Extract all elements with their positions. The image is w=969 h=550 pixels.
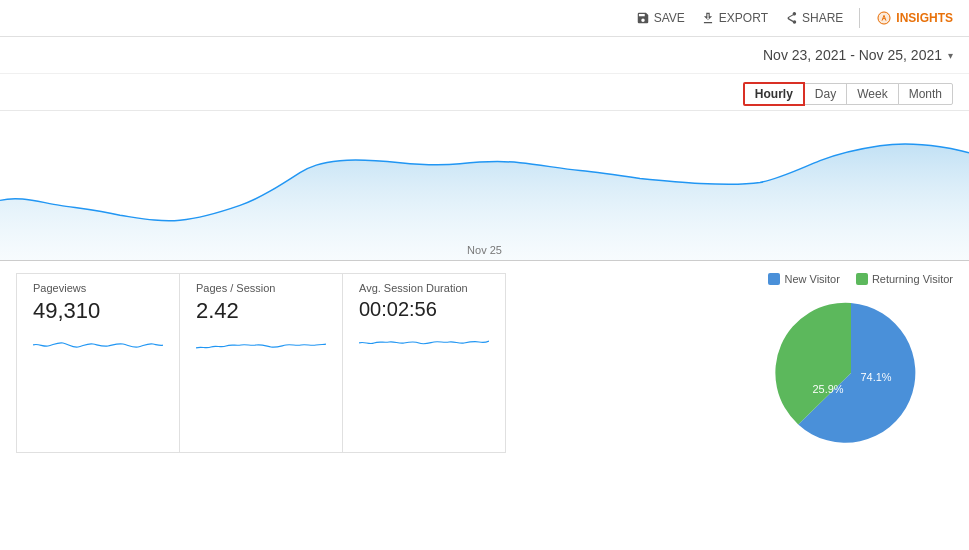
pie-legend: New Visitor Returning Visitor	[768, 273, 953, 285]
pages-session-value: 2.42	[196, 298, 326, 324]
export-icon	[701, 11, 715, 25]
chart-svg	[0, 111, 969, 260]
date-bar: Nov 23, 2021 - Nov 25, 2021 ▾	[0, 37, 969, 74]
pages-session-label: Pages / Session	[196, 282, 326, 294]
pie-new-label: 74.1%	[860, 371, 891, 383]
granularity-month[interactable]: Month	[898, 83, 953, 105]
pie-ret-label: 25.9%	[812, 383, 843, 395]
granularity-hourly[interactable]: Hourly	[743, 82, 805, 106]
metric-pageviews: Pageviews 49,310	[16, 273, 180, 453]
session-duration-label: Avg. Session Duration	[359, 282, 489, 294]
insights-button[interactable]: INSIGHTS	[876, 10, 953, 26]
insights-icon	[876, 10, 892, 26]
pages-session-sparkline	[196, 330, 326, 360]
metric-pages-session: Pages / Session 2.42	[179, 273, 343, 453]
share-button[interactable]: SHARE	[784, 11, 843, 25]
metric-session-duration: Avg. Session Duration 00:02:56	[342, 273, 506, 453]
pie-area: New Visitor Returning Visitor 74.1% 25.9…	[748, 273, 953, 453]
date-range-selector[interactable]: Nov 23, 2021 - Nov 25, 2021 ▾	[763, 47, 953, 63]
main-chart: Nov 25	[0, 111, 969, 261]
granularity-week[interactable]: Week	[846, 83, 898, 105]
export-button[interactable]: EXPORT	[701, 11, 768, 25]
toolbar-divider	[859, 8, 860, 28]
legend-returning-visitor: Returning Visitor	[856, 273, 953, 285]
legend-new-visitor: New Visitor	[768, 273, 839, 285]
pageviews-label: Pageviews	[33, 282, 163, 294]
metrics-area: Pageviews 49,310 Pages / Session 2.42 Av…	[16, 273, 708, 453]
legend-new-label: New Visitor	[784, 273, 839, 285]
pie-chart-svg: 74.1% 25.9%	[761, 293, 941, 453]
save-button[interactable]: SAVE	[636, 11, 685, 25]
legend-ret-dot	[856, 273, 868, 285]
granularity-bar: Hourly Day Week Month	[0, 74, 969, 111]
export-label: EXPORT	[719, 11, 768, 25]
stats-section: Pageviews 49,310 Pages / Session 2.42 Av…	[0, 261, 969, 465]
insights-label: INSIGHTS	[896, 11, 953, 25]
granularity-day[interactable]: Day	[804, 83, 847, 105]
svg-point-0	[878, 11, 891, 24]
chart-x-label: Nov 25	[467, 244, 502, 256]
legend-new-dot	[768, 273, 780, 285]
share-label: SHARE	[802, 11, 843, 25]
date-range-label: Nov 23, 2021 - Nov 25, 2021	[763, 47, 942, 63]
save-icon	[636, 11, 650, 25]
save-label: SAVE	[654, 11, 685, 25]
pageviews-sparkline	[33, 330, 163, 360]
date-dropdown-arrow: ▾	[948, 50, 953, 61]
session-duration-sparkline	[359, 327, 489, 357]
toolbar: SAVE EXPORT SHARE INSIGHTS	[0, 0, 969, 37]
legend-ret-label: Returning Visitor	[872, 273, 953, 285]
session-duration-value: 00:02:56	[359, 298, 489, 321]
share-icon	[784, 11, 798, 25]
pageviews-value: 49,310	[33, 298, 163, 324]
